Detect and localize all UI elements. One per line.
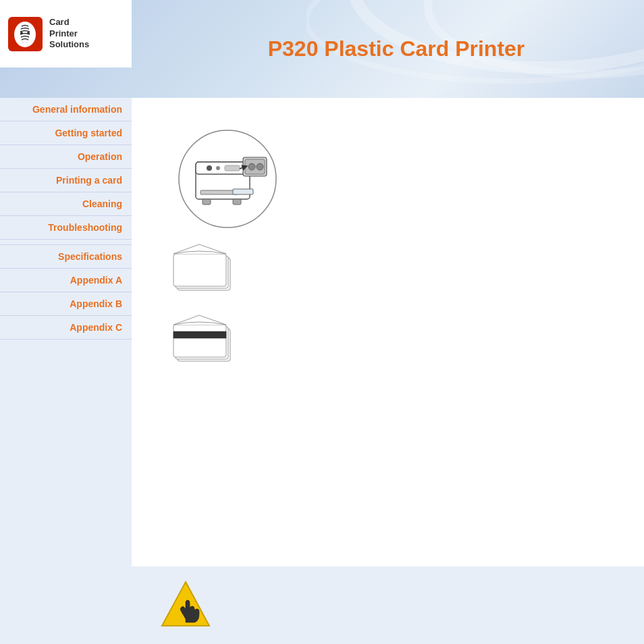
main-content <box>132 98 644 644</box>
header: Card Printer Solutions P320 Plastic Card… <box>0 0 644 98</box>
sidebar-item-operation[interactable]: Operation <box>0 145 132 169</box>
svg-point-5 <box>22 41 24 43</box>
card-stack-magnetic-illustration <box>172 314 240 371</box>
sidebar-item-appendix-c[interactable]: Appendix C <box>0 316 132 340</box>
svg-point-13 <box>216 166 220 170</box>
page-title: P320 Plastic Card Printer <box>149 36 644 61</box>
sidebar-item-cleaning[interactable]: Cleaning <box>0 192 132 216</box>
svg-point-19 <box>248 163 255 170</box>
sidebar-item-specifications[interactable]: Specifications <box>0 245 132 269</box>
printer-illustration <box>172 118 284 230</box>
logo-line1: Card <box>49 17 89 28</box>
sidebar-item-getting-started[interactable]: Getting started <box>0 122 132 145</box>
logo-box: Card Printer Solutions <box>0 0 132 68</box>
svg-rect-14 <box>225 165 240 171</box>
zebra-logo-icon <box>7 16 44 53</box>
sidebar-item-appendix-b[interactable]: Appendix B <box>0 292 132 316</box>
warning-icon <box>159 579 213 633</box>
illustration-area <box>172 118 624 371</box>
card-stack-plain-illustration <box>172 243 240 300</box>
sidebar-item-troubleshooting[interactable]: Troubleshooting <box>0 216 132 240</box>
logo-line3: Solutions <box>49 39 89 51</box>
svg-rect-25 <box>173 254 226 286</box>
svg-rect-22 <box>233 199 241 205</box>
svg-rect-29 <box>173 331 226 338</box>
svg-rect-15 <box>200 190 238 194</box>
svg-point-6 <box>26 41 28 43</box>
sidebar-item-general-information[interactable]: General information <box>0 98 132 122</box>
logo-line2: Printer <box>49 28 89 40</box>
warning-box <box>132 566 644 644</box>
sidebar-item-appendix-a[interactable]: Appendix A <box>0 269 132 292</box>
sidebar: General information Getting started Oper… <box>0 98 132 644</box>
svg-rect-28 <box>173 325 226 357</box>
svg-point-8 <box>27 32 30 34</box>
svg-point-12 <box>207 165 212 171</box>
svg-point-20 <box>257 163 263 170</box>
svg-rect-16 <box>233 189 253 194</box>
svg-rect-21 <box>203 199 211 205</box>
sidebar-item-printing-a-card[interactable]: Printing a card <box>0 169 132 192</box>
svg-point-7 <box>20 32 23 34</box>
